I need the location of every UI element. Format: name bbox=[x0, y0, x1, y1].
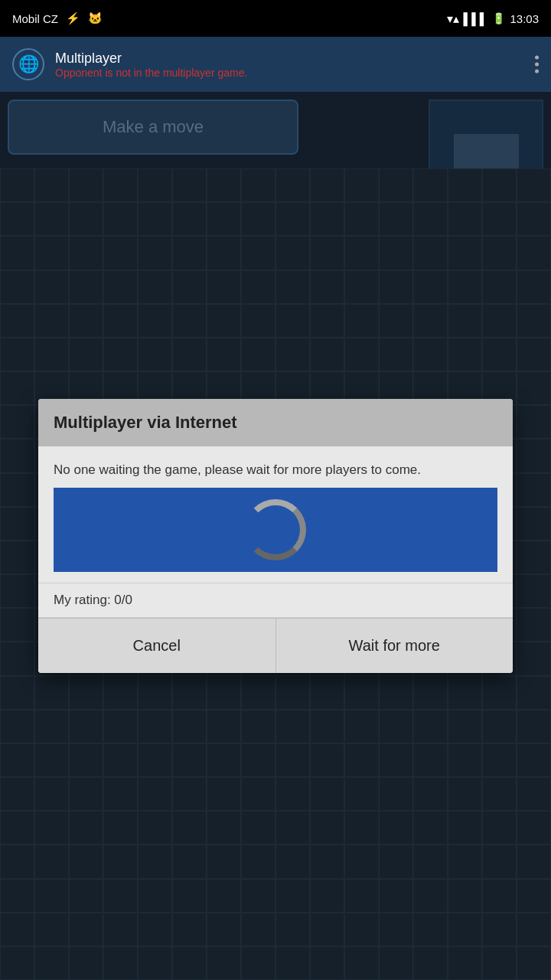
globe-icon: 🌐 bbox=[12, 48, 44, 80]
loading-spinner bbox=[245, 499, 306, 560]
status-bar: Mobil CZ ⚡ 🐱 ▾▴ ▌▌▌ 🔋 13:03 bbox=[0, 0, 551, 37]
dialog-header: Multiplayer via Internet bbox=[38, 399, 513, 446]
wait-for-more-button[interactable]: Wait for more bbox=[276, 618, 514, 673]
cancel-button[interactable]: Cancel bbox=[38, 618, 276, 673]
menu-dot bbox=[535, 56, 539, 60]
android-icon: 🐱 bbox=[88, 11, 103, 25]
status-right: ▾▴ ▌▌▌ 🔋 13:03 bbox=[447, 11, 539, 26]
game-area: Make a move // Generate grid cells const… bbox=[0, 92, 551, 980]
app-bar-texts: Multiplayer Opponent is not in the multi… bbox=[55, 51, 247, 79]
app-subtitle: Opponent is not in the multiplayer game. bbox=[55, 67, 247, 79]
dialog: Multiplayer via Internet No one waiting … bbox=[38, 399, 513, 673]
app-bar: 🌐 Multiplayer Opponent is not in the mul… bbox=[0, 37, 551, 92]
dialog-overlay: Multiplayer via Internet No one waiting … bbox=[0, 92, 551, 980]
dialog-buttons: Cancel Wait for more bbox=[38, 617, 513, 673]
more-options-button[interactable] bbox=[535, 56, 539, 74]
dialog-rating: My rating: 0/0 bbox=[38, 583, 513, 617]
dialog-body: No one waiting the game, please wait for… bbox=[38, 446, 513, 583]
dialog-message: No one waiting the game, please wait for… bbox=[54, 462, 421, 477]
dialog-title: Multiplayer via Internet bbox=[54, 413, 237, 432]
menu-dot bbox=[535, 63, 539, 67]
clock: 13:03 bbox=[510, 12, 539, 25]
dialog-loading-area bbox=[54, 488, 497, 572]
menu-dot bbox=[535, 70, 539, 74]
wifi-icon: ▾▴ bbox=[447, 11, 459, 26]
battery-icon: 🔋 bbox=[492, 12, 505, 24]
app-title: Multiplayer bbox=[55, 51, 247, 67]
carrier-label: Mobil CZ bbox=[12, 12, 58, 25]
status-left: Mobil CZ ⚡ 🐱 bbox=[12, 11, 103, 25]
signal-icon: ▌▌▌ bbox=[464, 12, 488, 25]
usb-icon: ⚡ bbox=[66, 11, 80, 25]
